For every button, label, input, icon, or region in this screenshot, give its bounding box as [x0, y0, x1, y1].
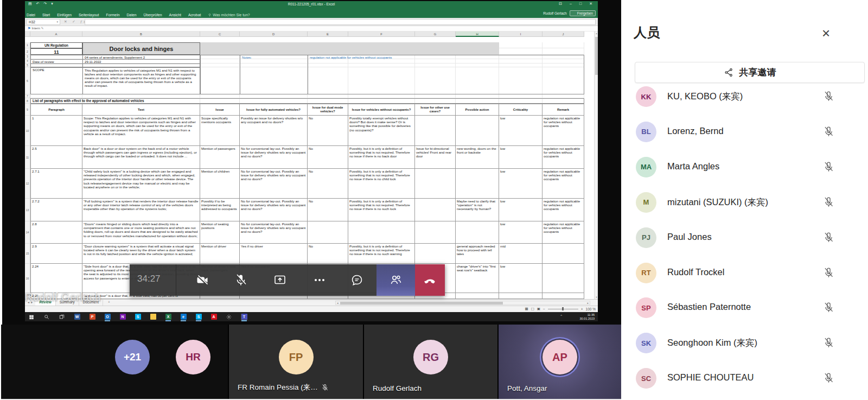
- row-header-10[interactable]: 10: [25, 116, 30, 146]
- cell-C12[interactable]: Mention of children: [200, 169, 240, 199]
- cell-H11[interactable]: new wording, doors on the front or backs…: [456, 146, 499, 169]
- cell-F14[interactable]: [348, 221, 415, 244]
- more-options-button[interactable]: [304, 264, 335, 296]
- cell-C13[interactable]: Possibly if to be interpreted as being a…: [200, 199, 240, 221]
- cell-H17[interactable]: [456, 293, 499, 299]
- column-header-J[interactable]: J: [542, 31, 584, 37]
- row-header-8[interactable]: 8: [25, 98, 30, 104]
- row-header-5[interactable]: 5: [25, 64, 30, 67]
- cell-G11[interactable]: Issue for bi-directional vehicles! Front…: [415, 146, 456, 169]
- skype-business-icon[interactable]: S: [195, 314, 202, 320]
- cell-G14[interactable]: [415, 221, 456, 244]
- search-icon[interactable]: [43, 314, 50, 320]
- camera-button[interactable]: [187, 264, 218, 296]
- cell-a2-regulation-number[interactable]: 11: [30, 48, 82, 55]
- cell-D12[interactable]: No for conventonal lay-out. Possibly an …: [240, 169, 308, 199]
- cell-A15[interactable]: 2.9: [30, 244, 82, 264]
- cell-D10[interactable]: Possibly an issue for delivery shuttles …: [240, 116, 308, 146]
- cell-G12[interactable]: [415, 169, 456, 199]
- participant-row[interactable]: KKKU, KEOBO (来宾): [621, 79, 868, 115]
- cell-a1-un-regulation[interactable]: UN Regulation: [30, 42, 82, 48]
- view-page-break-icon[interactable]: ▣: [537, 307, 540, 311]
- excel-icon[interactable]: X: [165, 314, 171, 320]
- cell-F11[interactable]: Possibly, but it is only a definition of…: [348, 146, 415, 169]
- cell-D13[interactable]: No for conventonal lay-out. Possibly an …: [240, 199, 308, 221]
- cell-F10[interactable]: Possibly totally exempt vehicles without…: [348, 116, 415, 146]
- participant-row[interactable]: Mmizutani (SUZUKI) (来宾): [621, 185, 868, 220]
- participant-row[interactable]: SPSébastien Paternotte: [621, 290, 868, 326]
- row-header-4[interactable]: 4: [25, 59, 30, 64]
- table-header-F[interactable]: Issue for vehicles without occupants?: [348, 104, 415, 116]
- cell-E12[interactable]: No: [308, 169, 348, 199]
- cell-I17[interactable]: [499, 293, 542, 299]
- cell-H12[interactable]: [456, 169, 499, 199]
- horizontal-scrollbar[interactable]: ◄►: [335, 301, 590, 305]
- cell-C15[interactable]: Mention of driver: [200, 244, 240, 264]
- cell-E13[interactable]: No: [308, 199, 348, 221]
- cell-F13[interactable]: Possibly, but it is only a definition of…: [348, 199, 415, 221]
- row-header-7[interactable]: 7: [25, 94, 30, 98]
- table-header-H[interactable]: Possible action: [456, 104, 499, 116]
- cell-D14[interactable]: No for conventonal lay-out. Possibly an …: [240, 221, 308, 244]
- cell-H14[interactable]: [456, 221, 499, 244]
- cell-E11[interactable]: No: [308, 146, 348, 169]
- select-all-corner[interactable]: [25, 31, 30, 37]
- start-icon[interactable]: [28, 314, 35, 320]
- cell-d3-notes-label[interactable]: Notes:: [241, 55, 308, 59]
- table-header-A[interactable]: Paragraph: [30, 104, 82, 116]
- cell-G13[interactable]: [415, 199, 456, 221]
- cell-F12[interactable]: Possibly, but it is only a definition of…: [348, 169, 415, 199]
- cell-A12[interactable]: 2.7.1: [30, 169, 82, 199]
- vertical-scrollbar[interactable]: ▲▼: [594, 31, 598, 299]
- participant-row[interactable]: SKSeonghoon Kim (来宾): [621, 326, 868, 361]
- cell-H10[interactable]: [456, 116, 499, 146]
- column-header-B[interactable]: B: [82, 31, 200, 37]
- cell-A13[interactable]: 2.7.2: [30, 199, 82, 221]
- table-header-E[interactable]: Issue for dual mode vehicles?: [308, 104, 348, 116]
- formula-input[interactable]: [85, 19, 596, 25]
- cell-B12[interactable]: "Child safety lock system" is a locking …: [82, 169, 200, 199]
- cell-I16[interactable]: low: [499, 264, 542, 293]
- cell-A10[interactable]: 1: [30, 116, 82, 146]
- cell-B10[interactable]: Scope: This Regulation applies to vehicl…: [82, 116, 200, 146]
- view-normal-icon[interactable]: ▦: [525, 307, 528, 311]
- cell-G15[interactable]: [415, 244, 456, 264]
- cell-C10[interactable]: Scope specifically mentions occupants: [200, 116, 240, 146]
- cell-J15[interactable]: [542, 244, 584, 264]
- window-controls[interactable]: ⊡ – □ ✕: [559, 2, 596, 6]
- row-header-2[interactable]: 2: [25, 48, 30, 55]
- column-header-G[interactable]: G: [415, 31, 456, 37]
- cell-I13[interactable]: low: [499, 199, 542, 221]
- cell-D15[interactable]: Yes if no driver: [240, 244, 308, 264]
- close-icon[interactable]: ×: [822, 26, 830, 40]
- cell-J16[interactable]: [542, 264, 584, 293]
- cell-B15[interactable]: "Door closure warning system" is a syste…: [82, 244, 200, 264]
- cell-J12[interactable]: regulation not applicable for vehicles w…: [542, 169, 584, 199]
- cell-b1-title[interactable]: Door locks and hinges: [82, 42, 200, 55]
- row-header-6[interactable]: 6: [25, 67, 30, 94]
- formula-buttons[interactable]: ✕ ✓ fx: [64, 19, 87, 25]
- cell-D11[interactable]: No for conventonal lay-out. Possibly an …: [240, 146, 308, 169]
- onenote-icon[interactable]: N: [119, 314, 126, 320]
- powerpoint-icon[interactable]: P: [89, 314, 95, 320]
- column-header-D[interactable]: D: [240, 31, 308, 37]
- cell-I12[interactable]: low: [499, 169, 542, 199]
- cell-A14[interactable]: 2.8: [30, 221, 82, 244]
- cell-B11[interactable]: Back door" is a door or door system on t…: [82, 146, 200, 169]
- taskbar-clock[interactable]: 11:3530.01.2023: [579, 313, 595, 320]
- excel-share-button[interactable]: Freigeben: [570, 10, 596, 16]
- column-header-A[interactable]: A: [30, 31, 82, 37]
- cell-H15[interactable]: general approach needed how to proceed w…: [456, 244, 499, 264]
- row-header-16[interactable]: 16: [25, 264, 30, 293]
- row-header-15[interactable]: 15: [25, 244, 30, 264]
- zoom-out-button[interactable]: −: [543, 307, 545, 311]
- column-header-H[interactable]: H: [456, 31, 499, 37]
- share-screen-button[interactable]: [264, 264, 296, 296]
- edge-icon[interactable]: e: [180, 314, 187, 320]
- column-header-I[interactable]: I: [499, 31, 542, 37]
- spreadsheet-grid[interactable]: ABCDEFGHIJ1234567891011121314151617UN Re…: [25, 31, 598, 299]
- participant-row[interactable]: RTRudolf Trockel: [621, 256, 868, 291]
- view-page-layout-icon[interactable]: ▢: [531, 307, 534, 311]
- hangup-button[interactable]: [415, 264, 445, 296]
- tray-expand-icon[interactable]: ^: [560, 314, 562, 318]
